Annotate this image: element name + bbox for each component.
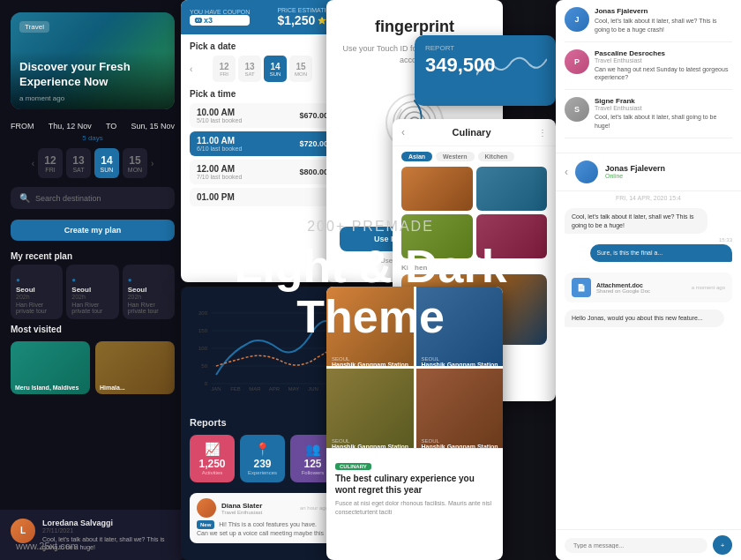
cul-item-1 [401, 167, 473, 211]
tag-kitchen[interactable]: Kitchen [478, 152, 515, 161]
mini-chip-4[interactable]: 15MON [289, 56, 312, 82]
food-card-4: SEOUL Hanshik Gangnam Station [416, 369, 504, 448]
time-slot-1[interactable]: 10.00 AM 5/10 last booked $670.00 [190, 103, 335, 128]
mini-chip-1[interactable]: 12FRI [213, 56, 236, 82]
plan-duration-2: 202h [71, 294, 113, 300]
diana-name: Diana Slater [221, 502, 262, 510]
chat-date: FRI, 14 APR, 2020 15:4 [556, 191, 741, 205]
kitchen-label: Kitchen [393, 258, 556, 274]
chat-back-icon[interactable]: ‹ [565, 166, 568, 178]
svg-text:0: 0 [205, 381, 208, 386]
diana-header: Diana Slater Travel Enthusiast an hour a… [197, 498, 328, 518]
stats-wave-icon [476, 49, 547, 87]
social-content-3: Signe Frank Travel Enthusiast Cool, let'… [595, 97, 732, 131]
chat-bubble-3: Hello Jonas, would you about this new fe… [565, 310, 724, 327]
plan-desc-1: Han Riverprivate tour [16, 302, 57, 314]
social-name-3: Signe Frank [595, 97, 732, 105]
culinary-back-icon[interactable]: ‹ [401, 126, 405, 138]
date-chip-2[interactable]: 13SAT [66, 148, 91, 178]
prev-arrow-icon[interactable]: ‹ [32, 159, 34, 168]
social-avatar-3: S [565, 97, 589, 122]
article-desc: Fusce at nisi eget dolor rhonous facilis… [335, 499, 494, 517]
coupon-badge: 🎟 x3 [190, 15, 250, 26]
attachment-time: a moment ago [692, 285, 725, 290]
experiences-label: Experiences [245, 470, 280, 475]
mini-date-row: ‹ 12FRI 13SAT 14SUN 15MON › [190, 56, 335, 82]
report-card-experiences: 📍 239 Experiences [240, 435, 285, 482]
mini-chip-3[interactable]: 14SUN [264, 56, 287, 82]
plan-row: ● Seoul 202h Han Riverprivate tour ● Seo… [0, 265, 185, 319]
plan-card-3: ● Seoul 202h Han Riverprivate tour [123, 265, 175, 319]
food-cards-panel: SEOUL Hanshik Gangnam Station SEOUL Hans… [326, 287, 503, 560]
svg-text:MAY: MAY [288, 386, 300, 392]
create-plan-button[interactable]: Create my plan [11, 220, 175, 241]
culinary-more-icon: ⋮ [538, 128, 547, 138]
date-chip-1[interactable]: 12FRI [38, 148, 63, 178]
social-msg-1: Cool, let's talk about it later, shall w… [595, 17, 732, 34]
price-icon: ⭐ [318, 17, 326, 25]
social-content-2: Pascaline Desroches Travel Enthusiast Ca… [595, 49, 732, 83]
chat-user-name: Jonas Fjalevern [605, 164, 665, 173]
social-name-1: Jonas Fjalevern [595, 7, 732, 15]
chat-bubble-1: Cool, let's talk about it later, shall w… [565, 208, 707, 235]
chat-input-row: + [556, 529, 741, 560]
chat-input[interactable] [565, 538, 707, 553]
search-input[interactable] [35, 194, 166, 203]
location-icon-2: ● [71, 276, 76, 284]
chat-send-button[interactable]: + [713, 535, 732, 555]
date-from-label: FROM [11, 122, 34, 131]
culinary-tags: Asian Western Kitchen [393, 146, 556, 167]
svg-text:50: 50 [201, 363, 207, 369]
reports-section: Reports 📈 1,250 Activities 📍 239 Experie… [181, 410, 344, 489]
social-content-1: Jonas Fjalevern Cool, let's talk about i… [595, 7, 732, 34]
activities-label: Activities [195, 470, 229, 475]
chat-user-info: Jonas Fjalevern Online [605, 164, 665, 179]
watermark: www.25xt.com [16, 541, 79, 551]
attachment-info: Attachment.doc Shared on Google Doc [596, 282, 650, 294]
social-item-3: S Signe Frank Travel Enthusiast Cool, le… [565, 97, 732, 138]
food-card-1: SEOUL Hanshik Gangnam Station [326, 287, 414, 366]
culinary-grid [393, 167, 556, 258]
time-slot-3[interactable]: 12.00 AM 7/10 last booked $800.00 [190, 160, 335, 184]
experiences-icon: 📍 [245, 442, 280, 456]
date-range-row: FROM Thu, 12 Nov TO Sun, 15 Nov [0, 118, 185, 134]
price-value: $1,250 [277, 13, 315, 27]
tag-western[interactable]: Western [436, 152, 475, 161]
user-bar: L Loredana Salvaggi 27/11/2021 Cool, let… [0, 510, 185, 560]
food-card-2: SEOUL Hanshik Gangnam Station [416, 287, 504, 366]
date-chip-3[interactable]: 14SUN [94, 148, 119, 178]
report-card-activities: 📈 1,250 Activities [190, 435, 235, 482]
date-chip-4[interactable]: 15MON [123, 148, 147, 178]
diana-message: Diana Slater Travel Enthusiast an hour a… [190, 493, 335, 543]
plan-city-2: Seoul [71, 286, 113, 294]
bottom-message-area: Hello Jonas, would you about this new fe… [556, 306, 741, 334]
svg-text:150: 150 [198, 328, 208, 333]
plan-card-1: ● Seoul 202h Han Riverprivate tour [11, 265, 63, 319]
mini-chip-2[interactable]: 13SAT [238, 56, 261, 82]
food-grid: SEOUL Hanshik Gangnam Station SEOUL Hans… [326, 287, 503, 448]
tag-asian[interactable]: Asian [401, 152, 432, 161]
next-arrow-icon[interactable]: › [151, 159, 153, 168]
location-icon-1: ● [16, 276, 20, 284]
time-section: Pick a time 10.00 AM 5/10 last booked $6… [190, 89, 335, 206]
time-slot-4[interactable]: 01.00 PM [190, 188, 335, 206]
followers-icon: 👥 [296, 442, 330, 456]
plan-duration-1: 202h [16, 294, 57, 300]
activities-icon: 📈 [195, 442, 229, 456]
cul-item-4 [476, 214, 548, 258]
plan-city-1: Seoul [16, 286, 57, 294]
booking-body: Pick a date ‹ 12FRI 13SAT 14SUN 15MON › … [181, 34, 344, 220]
diana-text: New Hi! This is a cool features you have… [197, 520, 328, 538]
social-msg-3: Cool, let's talk about it later, shall g… [595, 113, 732, 131]
featured-article: CULINARY 12/22/20 The best culinary expe… [326, 448, 503, 524]
chart-area: 200 150 100 50 0 JAN FEB MAR APR MAY JUN [181, 287, 344, 410]
date-section: Pick a date ‹ 12FRI 13SAT 14SUN 15MON › [190, 41, 335, 82]
food-card-3: SEOUL Hanshik Gangnam Station [326, 369, 414, 448]
date-picker[interactable]: ‹ 12FRI 13SAT 14SUN 15MON › [0, 145, 185, 182]
time-slot-2[interactable]: 11.00 AM 6/10 last booked $720.00 [190, 131, 335, 156]
article-tag: CULINARY [335, 463, 371, 470]
chat-user-avatar [575, 161, 598, 183]
mini-prev-icon[interactable]: ‹ [190, 64, 192, 74]
food-city-3: Hanshik Gangnam Station [332, 444, 408, 448]
followers-value: 125 [296, 458, 330, 470]
